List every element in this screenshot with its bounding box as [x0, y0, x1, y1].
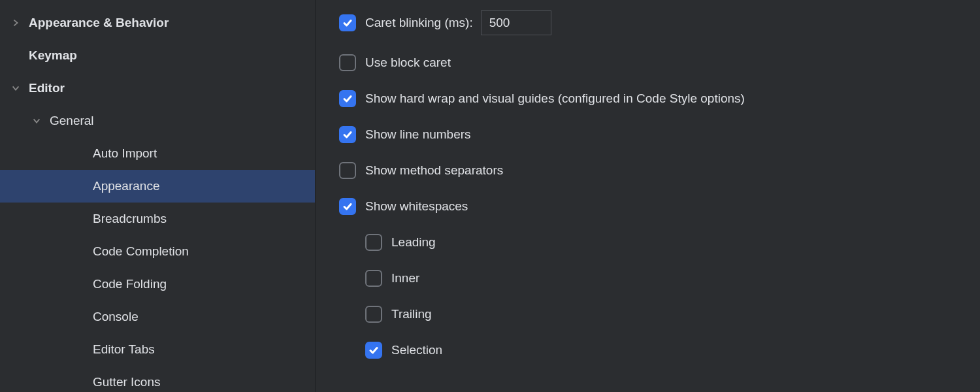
ws-leading-label: Leading [391, 235, 436, 250]
chevron-right-icon[interactable] [9, 16, 22, 29]
use-block-caret-row: Use block caret [339, 54, 980, 71]
ws-inner-row: Inner [339, 270, 980, 287]
show-method-separators-row: Show method separators [339, 162, 980, 179]
show-hard-wrap-label: Show hard wrap and visual guides (config… [365, 91, 745, 106]
sidebar-item-label: Code Completion [93, 244, 189, 259]
use-block-caret-label: Use block caret [365, 56, 451, 70]
show-whitespaces-checkbox[interactable] [339, 198, 356, 215]
sidebar-item-auto-import[interactable]: Auto Import [0, 137, 315, 170]
chevron-down-icon[interactable] [30, 114, 43, 127]
show-line-numbers-label: Show line numbers [365, 127, 471, 142]
sidebar-item-label: Breadcrumbs [93, 212, 167, 226]
ws-inner-label: Inner [391, 271, 419, 286]
caret-blinking-label: Caret blinking (ms): [365, 16, 473, 30]
sidebar-item-code-completion[interactable]: Code Completion [0, 235, 315, 268]
sidebar-item-code-folding[interactable]: Code Folding [0, 268, 315, 301]
sidebar-item-editor[interactable]: Editor [0, 72, 315, 105]
ws-selection-label: Selection [391, 343, 442, 357]
sidebar-item-label: Appearance [93, 179, 159, 193]
sidebar-item-label: Keymap [29, 48, 77, 63]
ws-trailing-label: Trailing [391, 307, 432, 321]
ws-trailing-row: Trailing [339, 306, 980, 323]
ws-trailing-checkbox[interactable] [365, 306, 382, 323]
show-hard-wrap-row: Show hard wrap and visual guides (config… [339, 90, 980, 107]
show-whitespaces-label: Show whitespaces [365, 199, 468, 214]
caret-blinking-row: Caret blinking (ms): [339, 10, 980, 35]
ws-leading-row: Leading [339, 234, 980, 251]
ws-selection-row: Selection [339, 342, 980, 359]
show-hard-wrap-checkbox[interactable] [339, 90, 356, 107]
ws-leading-checkbox[interactable] [365, 234, 382, 251]
sidebar-item-label: General [50, 114, 94, 128]
ws-inner-checkbox[interactable] [365, 270, 382, 287]
sidebar-item-keymap[interactable]: Keymap [0, 39, 315, 72]
chevron-down-icon[interactable] [9, 82, 22, 95]
caret-blinking-input[interactable] [481, 10, 551, 35]
settings-sidebar: Appearance & BehaviorKeymapEditorGeneral… [0, 0, 316, 392]
sidebar-item-label: Editor [29, 81, 65, 95]
sidebar-item-breadcrumbs[interactable]: Breadcrumbs [0, 203, 315, 235]
show-whitespaces-row: Show whitespaces [339, 198, 980, 215]
show-line-numbers-checkbox[interactable] [339, 126, 356, 143]
show-method-separators-label: Show method separators [365, 163, 503, 178]
sidebar-item-label: Appearance & Behavior [29, 16, 169, 30]
sidebar-item-editor-tabs[interactable]: Editor Tabs [0, 333, 315, 366]
sidebar-item-label: Code Folding [93, 277, 167, 291]
use-block-caret-checkbox[interactable] [339, 54, 356, 71]
sidebar-item-label: Auto Import [93, 146, 157, 161]
sidebar-item-appearance-behavior[interactable]: Appearance & Behavior [0, 7, 315, 39]
sidebar-item-label: Editor Tabs [93, 342, 155, 357]
ws-selection-checkbox[interactable] [365, 342, 382, 359]
sidebar-item-general[interactable]: General [0, 105, 315, 137]
settings-panel: Caret blinking (ms): Use block caret Sho… [316, 0, 980, 392]
sidebar-item-appearance[interactable]: Appearance [0, 170, 315, 203]
sidebar-item-console[interactable]: Console [0, 301, 315, 333]
show-line-numbers-row: Show line numbers [339, 126, 980, 143]
show-method-separators-checkbox[interactable] [339, 162, 356, 179]
sidebar-item-gutter-icons[interactable]: Gutter Icons [0, 366, 315, 392]
sidebar-item-label: Console [93, 310, 139, 324]
sidebar-item-label: Gutter Icons [93, 375, 161, 389]
caret-blinking-checkbox[interactable] [339, 14, 356, 31]
